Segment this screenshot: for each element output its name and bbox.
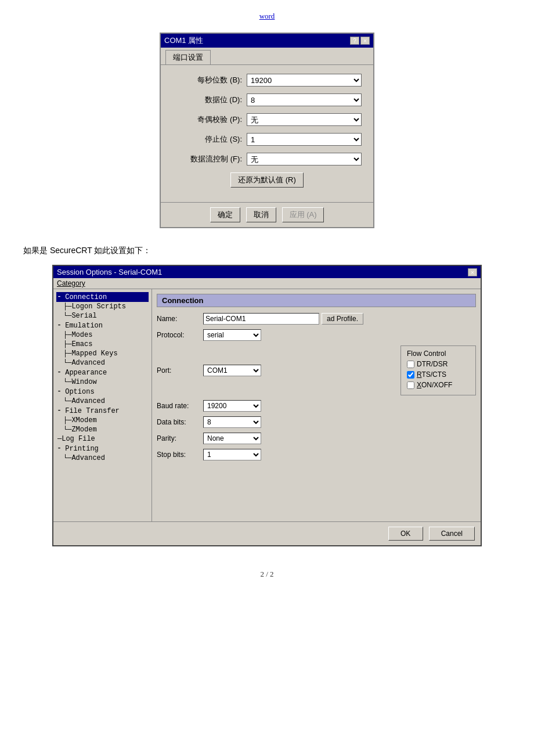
cat-advanced-emulation[interactable]: └─Advanced: [56, 358, 149, 368]
page-number: 2 / 2: [12, 570, 522, 579]
cat-mapped-keys[interactable]: ├─Mapped Keys: [56, 349, 149, 358]
databits-label: 数据位 (D):: [172, 95, 242, 105]
port-select[interactable]: COM1: [203, 365, 261, 376]
cat-connection[interactable]: ⁃ Connection: [56, 292, 149, 302]
section-title: Connection: [157, 294, 476, 307]
parity-row-field: None: [203, 433, 476, 444]
com1-help-btn[interactable]: ?: [350, 37, 359, 45]
data-bits-row: Data bits: 8: [157, 416, 476, 428]
category-menu-label: Category: [57, 279, 85, 287]
flow-control-title: Flow Control: [407, 350, 470, 358]
data-bits-label: Data bits:: [157, 418, 203, 426]
xon-xoff-row: XON/XOFF: [407, 381, 470, 389]
flowctrl-select[interactable]: 无: [247, 153, 362, 165]
name-label: Name:: [157, 315, 203, 323]
category-panel: ⁃ Connection ├─Logon Scripts └─Serial ⁃ …: [53, 289, 152, 521]
cat-file-transfer[interactable]: ⁃ File Transfer: [56, 406, 149, 416]
parity-select-wrapper: 无: [247, 113, 362, 126]
stop-bits-row: Stop bits: 1: [157, 449, 476, 460]
com1-tab-port[interactable]: 端口设置: [165, 50, 211, 64]
baud-select-wrapper: 19200: [247, 74, 362, 87]
dtr-dsr-checkbox[interactable]: [407, 361, 414, 368]
com1-close-btn[interactable]: ×: [360, 37, 370, 45]
cat-window[interactable]: └─Window: [56, 377, 149, 387]
parity-row-label: Parity:: [157, 434, 203, 442]
com1-apply-btn[interactable]: 应用 (A): [282, 207, 324, 222]
parity-row: Parity: None: [157, 433, 476, 444]
session-menu: Category: [53, 278, 481, 289]
field-row-stopbits: 停止位 (S): 1: [172, 133, 362, 146]
protocol-field: serial: [203, 329, 476, 341]
field-row-baud: 每秒位数 (B): 19200: [172, 74, 362, 87]
cat-xmodem[interactable]: ├─XModem: [56, 416, 149, 425]
com1-body: 每秒位数 (B): 19200 数据位 (D): 8 奇偶校验 (P): 无: [161, 65, 373, 202]
flow-control-box: Flow Control DTR/DSR RTS/CTS XON/XOFF: [400, 345, 476, 395]
cat-log-file[interactable]: ─Log File: [56, 434, 149, 444]
cat-advanced-printing[interactable]: └─Advanced: [56, 453, 149, 463]
port-label: Port:: [157, 366, 203, 375]
session-dialog: Session Options - Serial-COM1 × Category…: [52, 265, 482, 546]
session-cancel-btn[interactable]: Cancel: [429, 527, 475, 541]
baud-rate-field: 19200: [203, 400, 476, 412]
rts-cts-label: RTS/CTS: [417, 370, 446, 379]
cat-logon-scripts[interactable]: ├─Logon Scripts: [56, 302, 149, 311]
name-field: ad Profile.: [203, 313, 476, 325]
dtr-dsr-label: DTR/DSR: [417, 360, 448, 368]
stop-bits-field: 1: [203, 449, 476, 460]
field-row-flowctrl: 数据流控制 (F): 无: [172, 153, 362, 165]
right-panel: Connection Name: ad Profile. Protocol: s…: [152, 289, 481, 521]
session-title: Session Options - Serial-COM1: [57, 268, 162, 276]
cat-appearance[interactable]: ⁃ Appearance: [56, 368, 149, 377]
cat-zmodem[interactable]: └─ZModem: [56, 425, 149, 434]
stop-bits-select[interactable]: 1: [203, 449, 261, 460]
session-content: ⁃ Connection ├─Logon Scripts └─Serial ⁃ …: [53, 289, 481, 521]
cat-advanced-options[interactable]: └─Advanced: [56, 397, 149, 406]
cat-emacs[interactable]: ├─Emacs: [56, 340, 149, 349]
com1-footer: 确定 取消 应用 (A): [161, 202, 373, 227]
com1-tabs: 端口设置: [161, 48, 373, 65]
field-row-databits: 数据位 (D): 8: [172, 93, 362, 106]
port-row: Port: COM1 Flow Control DTR/DSR RTS/C: [157, 345, 476, 395]
baud-label: 每秒位数 (B):: [172, 75, 242, 85]
stop-bits-label: Stop bits:: [157, 451, 203, 459]
session-close-btn[interactable]: ×: [468, 268, 477, 276]
com1-title: COM1 属性: [164, 35, 203, 46]
word-link[interactable]: word: [259, 12, 275, 20]
parity-select[interactable]: 无: [247, 113, 362, 126]
baud-rate-select[interactable]: 19200: [203, 400, 261, 412]
cat-modes[interactable]: ├─Modes: [56, 330, 149, 340]
restore-defaults-btn[interactable]: 还原为默认值 (R): [230, 172, 304, 188]
restore-row: 还原为默认值 (R): [172, 172, 362, 188]
com1-titlebar-buttons: ? ×: [350, 37, 370, 45]
top-link-area: word: [12, 12, 522, 21]
load-profile-btn[interactable]: ad Profile.: [322, 313, 363, 325]
session-footer: OK Cancel: [53, 521, 481, 545]
name-input[interactable]: [203, 313, 319, 325]
session-ok-btn[interactable]: OK: [388, 527, 423, 541]
field-row-parity: 奇偶校验 (P): 无: [172, 113, 362, 126]
stopbits-label: 停止位 (S):: [172, 134, 242, 145]
databits-select[interactable]: 8: [247, 93, 362, 106]
port-field: COM1: [203, 365, 391, 376]
xon-xoff-checkbox[interactable]: [407, 381, 414, 389]
dtr-dsr-row: DTR/DSR: [407, 360, 470, 368]
com1-dialog: COM1 属性 ? × 端口设置 每秒位数 (B): 19200 数据位 (D)…: [160, 33, 374, 228]
com1-ok-btn[interactable]: 确定: [210, 207, 240, 222]
cat-printing[interactable]: ⁃ Printing: [56, 444, 149, 453]
com1-titlebar: COM1 属性 ? ×: [161, 34, 373, 48]
name-row: Name: ad Profile.: [157, 313, 476, 325]
cat-serial[interactable]: └─Serial: [56, 311, 149, 321]
data-bits-select[interactable]: 8: [203, 416, 261, 428]
baud-rate-label: Baud rate:: [157, 402, 203, 410]
protocol-label: Protocol:: [157, 331, 203, 339]
cat-emulation[interactable]: ⁃ Emulation: [56, 321, 149, 330]
parity-row-select[interactable]: None: [203, 433, 261, 444]
databits-select-wrapper: 8: [247, 93, 362, 106]
baud-select[interactable]: 19200: [247, 74, 362, 87]
session-titlebar: Session Options - Serial-COM1 ×: [53, 266, 481, 278]
rts-cts-checkbox[interactable]: [407, 371, 414, 379]
com1-cancel-btn[interactable]: 取消: [246, 207, 276, 222]
cat-options[interactable]: ⁃ Options: [56, 387, 149, 397]
protocol-select[interactable]: serial: [203, 329, 261, 341]
stopbits-select[interactable]: 1: [247, 133, 362, 146]
